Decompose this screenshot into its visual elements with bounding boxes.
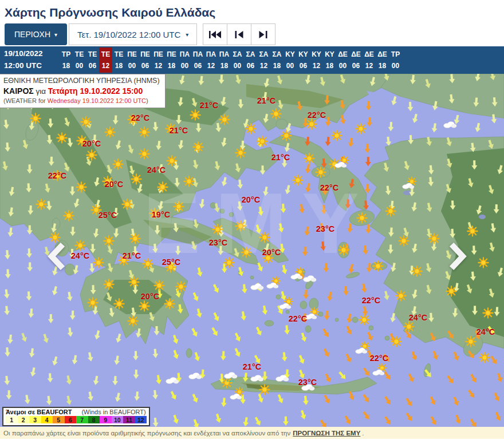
disclaimer-text: Οι παραπάνω χάρτες είναι προϊόντα αριθμη… bbox=[3, 430, 290, 437]
time-slot-7[interactable]: ΠΕ12 bbox=[152, 47, 165, 73]
sun-icon bbox=[104, 279, 113, 289]
sun-icon bbox=[271, 109, 281, 118]
time-slot-14[interactable]: ΣΑ06 bbox=[244, 47, 257, 73]
weather-map: ΕΜΥ 21°C21°C22°C22°C21°C20°C21°C24°C22°C… bbox=[0, 74, 504, 427]
sun-icon bbox=[36, 199, 46, 209]
sun-icon bbox=[466, 336, 475, 346]
time-slot-22[interactable]: ΔΕ06 bbox=[349, 47, 363, 73]
time-slot-19[interactable]: ΚΥ12 bbox=[310, 47, 323, 73]
step-back-icon bbox=[234, 30, 244, 39]
sun-icon bbox=[257, 136, 267, 146]
current-time: 12:00 UTC bbox=[4, 60, 60, 72]
forecast-local-time: ΚΑΙΡΟΣ για Τετάρτη 19.10.2022 15:00 bbox=[3, 86, 160, 97]
time-slot-3[interactable]: ΤΕ12 bbox=[99, 47, 112, 73]
time-slot-8[interactable]: ΠΕ18 bbox=[165, 47, 178, 73]
sun-icon bbox=[212, 224, 222, 234]
sun-icon bbox=[357, 213, 367, 223]
sun-icon bbox=[158, 182, 167, 192]
sun-icon bbox=[176, 282, 186, 291]
forecast-utc-time: (WEATHER for Wednesday 19.10.2022 12:00 … bbox=[3, 97, 160, 105]
sun-icon bbox=[467, 226, 477, 236]
sun-icon bbox=[399, 236, 408, 245]
sun-icon bbox=[122, 199, 132, 209]
sun-icon bbox=[396, 291, 405, 300]
beaufort-title-gr: Άνεμοι σε BEAUFORT bbox=[6, 409, 72, 415]
time-slot-12[interactable]: ΠΑ18 bbox=[218, 47, 231, 73]
time-slot-6[interactable]: ΠΕ06 bbox=[139, 47, 152, 73]
next-map-chevron[interactable] bbox=[447, 243, 470, 270]
previous-map-chevron[interactable] bbox=[45, 243, 68, 270]
sun-icon bbox=[129, 277, 139, 287]
sun-icon bbox=[190, 110, 200, 120]
step-forward-icon bbox=[258, 30, 268, 39]
time-slot-20[interactable]: ΚΥ18 bbox=[323, 47, 336, 73]
page-title: Χάρτης Πρόγνωσης Καιρού Ελλάδας bbox=[0, 0, 504, 23]
sun-icon bbox=[241, 247, 251, 257]
skip-to-start-button[interactable] bbox=[203, 23, 227, 45]
beaufort-cell-7: 7 bbox=[76, 416, 88, 423]
time-slot-4[interactable]: ΤΕ18 bbox=[112, 47, 125, 73]
sun-icon bbox=[128, 114, 137, 124]
time-slot-18[interactable]: ΚΥ06 bbox=[297, 47, 310, 73]
sun-icon bbox=[332, 130, 341, 140]
sun-icon bbox=[224, 257, 234, 267]
beaufort-cell-12: 12 bbox=[135, 416, 147, 423]
forecast-info-box: ΕΘΝΙΚΗ ΜΕΤΕΩΡΟΛΟΓΙΚΗ ΥΠΗΡΕΣΙΑ (HNMS) ΚΑΙ… bbox=[0, 74, 166, 108]
time-slot-15[interactable]: ΣΑ12 bbox=[257, 47, 270, 73]
time-slot-23[interactable]: ΔΕ12 bbox=[363, 47, 376, 73]
time-slot-11[interactable]: ΠΑ12 bbox=[204, 47, 218, 73]
time-slot-21[interactable]: ΔΕ00 bbox=[336, 47, 349, 73]
time-slot-13[interactable]: ΣΑ00 bbox=[231, 47, 244, 73]
sun-icon bbox=[76, 182, 86, 192]
chevron-left-icon bbox=[45, 243, 68, 270]
sun-icon bbox=[164, 299, 174, 308]
sun-icon bbox=[478, 257, 488, 267]
sun-icon bbox=[93, 257, 103, 267]
time-slot-5[interactable]: ΠΕ00 bbox=[125, 47, 139, 73]
beaufort-cell-1: 1 bbox=[6, 416, 18, 423]
beaufort-cell-9: 9 bbox=[100, 416, 112, 423]
beaufort-scale: 123456789101112 bbox=[6, 416, 147, 423]
time-slot-17[interactable]: ΚΥ00 bbox=[284, 47, 297, 73]
beaufort-cell-8: 8 bbox=[88, 416, 100, 423]
sun-icon bbox=[259, 232, 269, 242]
step-back-button[interactable] bbox=[227, 23, 251, 45]
sun-icon bbox=[130, 233, 140, 243]
sun-icon bbox=[52, 171, 62, 180]
sun-icon bbox=[139, 149, 149, 158]
time-slot-24[interactable]: ΔΕ18 bbox=[376, 47, 389, 73]
sun-icon bbox=[429, 233, 439, 243]
sun-icon bbox=[30, 113, 40, 123]
current-datetime: 19/10/2022 12:00 UTC bbox=[4, 48, 60, 72]
datetime-dropdown-button[interactable]: Τετ. 19/10/2022 12:00 UTC ▾ bbox=[69, 23, 197, 45]
chevron-down-icon: ▾ bbox=[54, 32, 57, 38]
sun-icon bbox=[193, 142, 203, 152]
emy-forecast-link[interactable]: ΠΡΟΓΝΩΣΗ ΤΗΣ ΕΜΥ bbox=[293, 430, 360, 437]
sun-icon bbox=[114, 299, 124, 308]
sun-icon bbox=[306, 119, 316, 129]
footer-disclaimer: Οι παραπάνω χάρτες είναι προϊόντα αριθμη… bbox=[0, 427, 504, 439]
time-slot-10[interactable]: ΠΑ06 bbox=[191, 47, 204, 73]
time-slot-bar: 19/10/2022 12:00 UTC ΤΡ18ΤΕ00ΤΕ06ΤΕ12ΤΕ1… bbox=[0, 46, 504, 74]
beaufort-cell-11: 11 bbox=[123, 416, 135, 423]
sun-icon bbox=[166, 124, 175, 133]
sun-icon bbox=[154, 280, 164, 290]
sun-icon bbox=[119, 255, 128, 265]
time-slot-0[interactable]: ΤΡ18 bbox=[60, 47, 73, 73]
sun-icon bbox=[149, 208, 159, 218]
sun-icon bbox=[338, 245, 348, 255]
time-slot-2[interactable]: ΤΕ06 bbox=[86, 47, 99, 73]
sun-icon bbox=[263, 253, 273, 263]
time-slot-25[interactable]: ΤΡ00 bbox=[389, 47, 402, 73]
region-dropdown-button[interactable]: ΠΕΡΙΟΧΗ ▾ bbox=[5, 23, 67, 45]
sun-icon bbox=[128, 316, 137, 326]
step-forward-button[interactable] bbox=[251, 23, 275, 45]
sun-icon bbox=[143, 259, 152, 268]
time-slot-9[interactable]: ΠΑ00 bbox=[178, 47, 191, 73]
time-slot-1[interactable]: ΤΕ00 bbox=[73, 47, 86, 73]
beaufort-cell-5: 5 bbox=[53, 416, 65, 423]
sun-icon bbox=[316, 167, 325, 177]
sun-icon bbox=[483, 308, 493, 318]
sun-icon bbox=[385, 206, 395, 216]
time-slot-16[interactable]: ΣΑ18 bbox=[270, 47, 284, 73]
